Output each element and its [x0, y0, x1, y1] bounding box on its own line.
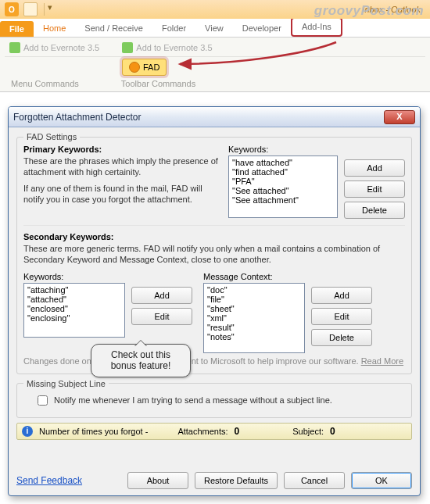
notify-label: Notify me whenever I am trying to send a… — [54, 395, 332, 405]
ribbon-divider — [5, 56, 425, 57]
context-add-button[interactable]: Add — [311, 287, 372, 304]
cancel-button[interactable]: Cancel — [284, 472, 345, 489]
evernote-icon — [9, 42, 20, 53]
tab-view[interactable]: View — [195, 20, 233, 37]
tab-send-receive[interactable]: Send / Receive — [75, 20, 152, 37]
primary-edit-button[interactable]: Edit — [344, 181, 405, 198]
list-item[interactable]: "See attachment" — [232, 195, 334, 205]
ribbon-area: Add to Evernote 3.5 Add to Evernote 3.5 … — [0, 38, 430, 92]
list-item[interactable]: "notes" — [207, 332, 301, 341]
hint-text: Changes done on these keywords will be s… — [23, 356, 405, 366]
status-subject-value: 0 — [330, 426, 335, 437]
list-item[interactable]: "result" — [207, 323, 301, 332]
tab-developer[interactable]: Developer — [233, 20, 291, 37]
missing-subject-group: Missing Subject Line Notify me whenever … — [16, 379, 412, 418]
ok-button[interactable]: OK — [351, 472, 412, 489]
group-toolbar-commands: Toolbar Commands — [121, 79, 195, 88]
dialog-title: Forgotten Attachment Detector — [13, 112, 141, 123]
evernote-label: Add to Evernote 3.5 — [136, 43, 212, 52]
fad-settings-legend: FAD Settings — [23, 132, 80, 141]
secondary-heading: Secondary Keywords: — [23, 232, 405, 241]
status-attachments-value: 0 — [235, 426, 240, 437]
secondary-add-button[interactable]: Add — [131, 287, 192, 304]
evernote-label: Add to Evernote 3.5 — [23, 43, 99, 52]
keywords-label: Keywords: — [23, 272, 125, 281]
primary-delete-button[interactable]: Delete — [344, 202, 405, 219]
list-item[interactable]: "enclosed" — [27, 304, 121, 313]
status-bar: i Number of times you forgot - Attachmen… — [16, 423, 412, 440]
outlook-icon: O — [5, 2, 19, 16]
secondary-desc: These are more generic terms. FAD will n… — [23, 243, 405, 266]
primary-heading: Primary Keywords: — [23, 145, 222, 154]
qat-sendreceive-button[interactable] — [23, 2, 38, 16]
list-item[interactable]: "doc" — [207, 285, 301, 295]
fad-dialog: Forgotten Attachment Detector X FAD Sett… — [8, 106, 421, 496]
context-delete-button[interactable]: Delete — [311, 329, 372, 346]
notify-checkbox[interactable] — [38, 395, 48, 406]
fad-label: FAD — [143, 63, 159, 72]
secondary-edit-button[interactable]: Edit — [131, 308, 192, 325]
context-list[interactable]: "doc" "file" "sheet" "xml" "result" "not… — [203, 283, 305, 353]
notify-checkbox-row[interactable]: Notify me whenever I am trying to send a… — [23, 391, 405, 411]
tab-file[interactable]: File — [0, 21, 34, 37]
list-item[interactable]: "See attached" — [232, 186, 334, 195]
secondary-keywords-list[interactable]: "attaching" "attached" "enclosed" "enclo… — [23, 283, 125, 338]
fad-button[interactable]: FAD — [122, 59, 167, 76]
list-item[interactable]: "sheet" — [207, 304, 301, 313]
about-button[interactable]: About — [127, 472, 188, 489]
keywords-label: Keywords: — [228, 145, 338, 154]
close-button[interactable]: X — [384, 110, 415, 124]
qat-separator — [44, 3, 45, 16]
callout-text: Check out this bonus feature! — [111, 349, 171, 371]
evernote-icon — [122, 42, 133, 53]
watermark: groovyPost.com — [314, 3, 424, 19]
group-menu-commands: Menu Commands — [11, 79, 79, 88]
list-item[interactable]: "file" — [207, 295, 301, 304]
context-edit-button[interactable]: Edit — [311, 308, 372, 325]
qat-dropdown[interactable]: ▾ — [48, 2, 56, 16]
status-attachments-label: Attachments: — [177, 427, 228, 436]
primary-add-button[interactable]: Add — [344, 159, 405, 177]
tab-folder[interactable]: Folder — [152, 20, 195, 37]
primary-keywords-list[interactable]: "have attached" "find attached" "PFA" "S… — [228, 155, 338, 218]
tab-home[interactable]: Home — [34, 20, 75, 37]
fad-icon — [129, 62, 140, 73]
fad-settings-group: FAD Settings Primary Keywords: These are… — [16, 132, 412, 374]
read-more-link[interactable]: Read More — [361, 356, 403, 366]
primary-desc1: These are the phrases which imply the pr… — [23, 155, 222, 178]
restore-defaults-button[interactable]: Restore Defaults — [195, 472, 278, 489]
list-item[interactable]: "xml" — [207, 313, 301, 323]
ribbon-groups: Menu Commands Toolbar Commands — [5, 76, 425, 90]
context-label: Message Context: — [203, 272, 305, 281]
send-feedback-link[interactable]: Send Feedback — [16, 475, 82, 486]
list-item[interactable]: "find attached" — [232, 167, 334, 177]
status-prefix: Number of times you forgot - — [39, 427, 148, 436]
list-item[interactable]: "have attached" — [232, 158, 334, 167]
info-icon: i — [22, 426, 33, 437]
ribbon-tabs: File Home Send / Receive Folder View Dev… — [0, 19, 430, 38]
list-item[interactable]: "attaching" — [27, 285, 121, 295]
list-item[interactable]: "enclosing" — [27, 313, 121, 323]
tab-addins[interactable]: Add-Ins — [291, 17, 342, 37]
list-item[interactable]: "attached" — [27, 295, 121, 304]
evernote-button-2[interactable]: Add to Evernote 3.5 — [117, 41, 217, 55]
primary-desc2: If any one of them is found in the mail,… — [23, 183, 222, 206]
evernote-button-1[interactable]: Add to Evernote 3.5 — [5, 41, 104, 55]
missing-subject-legend: Missing Subject Line — [23, 379, 109, 388]
dialog-footer: Send Feedback About Restore Defaults Can… — [16, 472, 412, 489]
dialog-titlebar[interactable]: Forgotten Attachment Detector X — [9, 107, 420, 127]
callout-bubble: Check out this bonus feature! — [91, 344, 191, 377]
status-subject-label: Subject: — [292, 427, 324, 436]
list-item[interactable]: "PFA" — [232, 177, 334, 186]
